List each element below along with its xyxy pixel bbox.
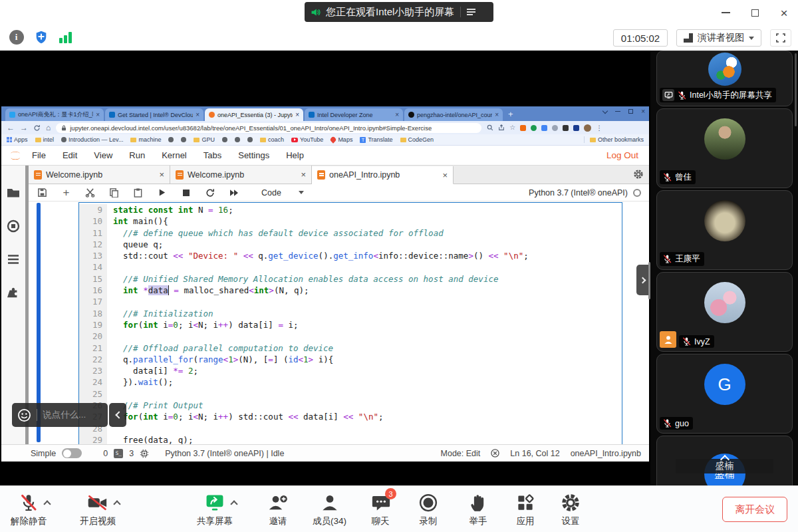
cell-type-dropdown[interactable]: Code — [261, 188, 304, 198]
browser-maximize-icon[interactable] — [628, 109, 633, 114]
view-mode-button[interactable]: 演讲者视图 — [676, 29, 761, 47]
tab-settings-gear-icon[interactable] — [633, 169, 644, 180]
browser-tab[interactable]: Get Started | Intel® DevCloud× — [105, 108, 203, 121]
chevron-up-icon[interactable] — [113, 500, 120, 507]
share-page-icon[interactable] — [498, 124, 505, 131]
bookmark-item[interactable]: Apps — [7, 136, 28, 143]
notifications-icon[interactable] — [491, 449, 499, 458]
control-members-button[interactable]: 成员(34) — [313, 491, 346, 527]
back-icon[interactable]: ← — [7, 124, 15, 132]
bookmark-item[interactable]: intel — [35, 136, 55, 143]
bookmark-item[interactable] — [181, 137, 186, 142]
control-gear-button[interactable]: 设置 — [561, 491, 581, 527]
bookmark-star-icon[interactable]: ☆ — [509, 124, 515, 131]
bookmark-item[interactable]: machine — [130, 136, 161, 143]
notebook-tab[interactable]: Welcome.ipynb× — [29, 166, 170, 184]
paste-cells-icon[interactable] — [132, 187, 144, 198]
kernel-usage-icon[interactable] — [140, 449, 149, 458]
bookmark-item[interactable]: GPU — [194, 136, 215, 143]
save-icon[interactable] — [37, 187, 48, 198]
sidebar-icon[interactable] — [573, 125, 579, 131]
menu-help[interactable]: Help — [286, 150, 304, 160]
chat-collapse-button[interactable] — [109, 403, 126, 427]
participant-tile[interactable]: IvyZ — [656, 272, 793, 352]
control-mic-button[interactable]: 解除静音 — [11, 491, 47, 527]
tab-close-icon[interactable]: × — [395, 111, 399, 118]
kernel-state-label[interactable]: Python 3.7 (Intel® oneAPI) | Idle — [165, 449, 284, 458]
menu-kernel[interactable]: Kernel — [162, 150, 187, 160]
extensions-puzzle-icon[interactable] — [563, 125, 569, 131]
terminal-icon[interactable]: S_ — [114, 449, 123, 458]
participant-tile[interactable]: Gguo — [656, 354, 793, 434]
menu-view[interactable]: View — [94, 150, 112, 160]
tab-close-icon[interactable]: × — [301, 170, 306, 180]
control-share-button[interactable]: 共享屏幕 — [197, 491, 233, 527]
browser-close-icon[interactable]: × — [641, 108, 645, 115]
browser-minimize-icon[interactable] — [615, 111, 620, 112]
running-kernels-icon[interactable] — [6, 219, 21, 233]
participant-tile[interactable]: Intel小助手的屏幕共享 — [656, 51, 793, 106]
bookmark-item[interactable] — [168, 137, 174, 142]
participants-scrollbar[interactable] — [795, 53, 797, 126]
kernel-name[interactable]: Python 3.7 (Intel® oneAPI) — [529, 188, 628, 198]
forward-icon[interactable]: → — [20, 124, 28, 132]
control-apps-button[interactable]: 应用 — [515, 491, 535, 527]
copy-cells-icon[interactable] — [108, 187, 120, 198]
meeting-info-icon[interactable]: i — [8, 29, 25, 45]
home-icon[interactable]: ⌂ — [46, 124, 51, 132]
tab-close-icon[interactable]: × — [442, 170, 448, 180]
stop-kernel-icon[interactable] — [180, 187, 192, 198]
browser-tab[interactable]: pengzhao-intel/oneAPI_course× — [404, 108, 503, 121]
bookmark-item[interactable] — [235, 137, 240, 142]
expand-panel-button[interactable] — [636, 265, 649, 295]
tab-close-icon[interactable]: × — [159, 170, 164, 180]
minimize-button[interactable] — [718, 5, 733, 20]
menu-file[interactable]: File — [32, 150, 46, 160]
chevron-up-icon[interactable] — [230, 500, 237, 507]
participant-tile[interactable]: 盛楠盛楠 — [656, 436, 793, 485]
participant-tile[interactable]: 曾佳 — [656, 108, 793, 188]
emoji-icon[interactable] — [17, 408, 31, 422]
banner-menu-icon[interactable] — [466, 6, 477, 18]
menu-tabs[interactable]: Tabs — [203, 150, 221, 160]
browser-tab[interactable]: oneAPI_Essentia (3) - JupyterLab× — [205, 108, 303, 121]
add-cell-icon[interactable]: + — [61, 187, 72, 198]
run-cell-icon[interactable] — [156, 187, 168, 198]
browser-tab[interactable]: oneAPI商免礼：显卡1介绍_哔× — [5, 108, 104, 121]
control-cam-button[interactable]: 开启视频 — [80, 491, 116, 527]
security-shield-icon[interactable] — [33, 29, 49, 45]
leave-meeting-button[interactable]: 离开会议 — [722, 497, 787, 522]
control-chat-button[interactable]: 3聊天 — [370, 491, 390, 527]
close-button[interactable]: × — [777, 5, 791, 20]
chevron-up-icon[interactable] — [43, 500, 51, 507]
menu-settings[interactable]: Settings — [238, 150, 269, 160]
browser-menu-icon[interactable]: ⋮ — [596, 124, 602, 132]
browser-tab[interactable]: Intel Developer Zone× — [305, 108, 403, 121]
reload-icon[interactable] — [33, 124, 41, 132]
profile-chevron-icon[interactable] — [602, 108, 608, 113]
maximize-button[interactable] — [747, 5, 762, 20]
tab-close-icon[interactable]: × — [495, 111, 499, 118]
file-browser-icon[interactable] — [6, 186, 21, 200]
simple-mode-toggle[interactable] — [62, 448, 82, 458]
extension-icon[interactable] — [541, 125, 547, 131]
bookmark-item[interactable]: TTranslate — [360, 136, 392, 143]
other-bookmarks[interactable]: Other bookmarks — [584, 136, 644, 143]
bookmark-item[interactable]: coach — [260, 136, 284, 143]
quick-chat-input[interactable]: 说点什么... — [12, 403, 108, 427]
bookmark-item[interactable] — [222, 137, 227, 142]
tab-close-icon[interactable]: × — [196, 111, 200, 118]
bookmark-item[interactable]: CodeGen — [400, 136, 434, 143]
logout-button[interactable]: Log Out — [606, 150, 642, 160]
extension-icon[interactable] — [552, 125, 558, 131]
browser-profile-avatar[interactable] — [584, 124, 591, 132]
address-field[interactable]: jupyter.oneapi.devcloud.intel.com/user/u… — [56, 123, 481, 133]
control-invite-button[interactable]: 邀请 — [267, 491, 289, 527]
extension-icon[interactable] — [531, 125, 537, 131]
zoom-page-icon[interactable] — [487, 124, 493, 131]
notebook-tab[interactable]: oneAPI_Intro.ipynb× — [312, 166, 454, 184]
control-record-button[interactable]: 录制 — [418, 491, 438, 527]
table-of-contents-icon[interactable] — [6, 252, 21, 267]
extension-manager-icon[interactable] — [6, 285, 21, 300]
cursor-position-label[interactable]: Ln 16, Col 12 — [510, 449, 559, 458]
